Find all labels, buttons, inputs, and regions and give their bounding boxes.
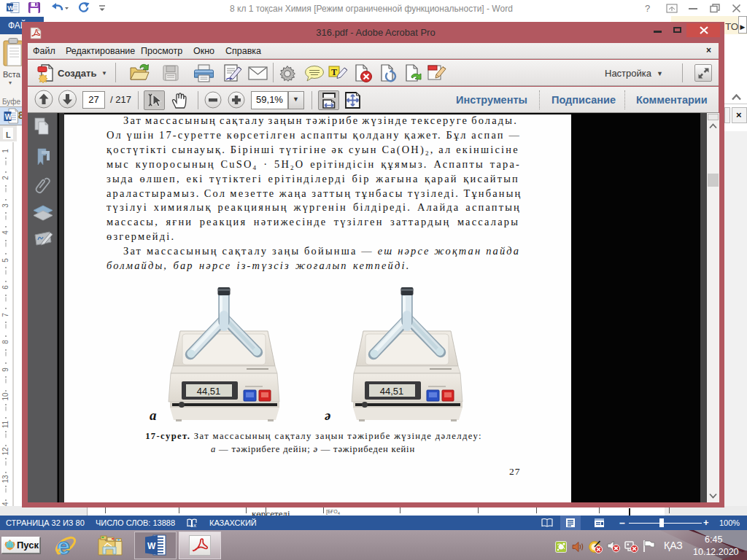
svg-text:W: W	[147, 541, 156, 551]
svg-text:W: W	[7, 4, 14, 12]
svg-text:T: T	[331, 67, 337, 77]
svg-text:e: e	[57, 533, 70, 559]
svg-text:x: x	[193, 522, 196, 528]
svg-text:W: W	[5, 113, 12, 121]
